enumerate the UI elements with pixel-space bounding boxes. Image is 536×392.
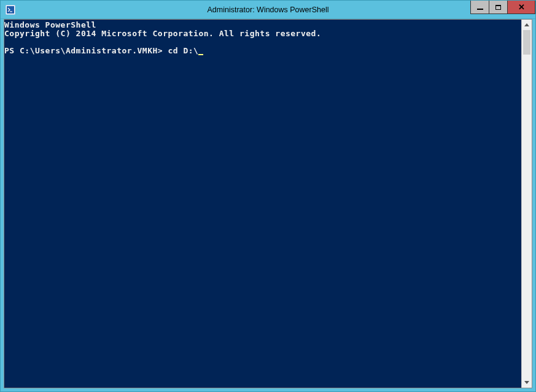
console-line: Copyright (C) 2014 Microsoft Corporation… — [4, 29, 521, 38]
minimize-button[interactable] — [470, 1, 489, 14]
minimize-icon — [477, 9, 483, 10]
console-blank — [4, 38, 521, 47]
chevron-down-icon — [524, 381, 529, 384]
close-button[interactable]: ✕ — [507, 1, 535, 14]
console-wrap: Windows PowerShellCopyright (C) 2014 Mic… — [4, 19, 532, 388]
powershell-icon — [4, 4, 17, 16]
console-output[interactable]: Windows PowerShellCopyright (C) 2014 Mic… — [4, 20, 521, 388]
cursor — [198, 48, 203, 55]
close-icon: ✕ — [518, 2, 525, 12]
prompt-text: PS C:\Users\Administrator.VMKH> — [4, 46, 168, 55]
maximize-button[interactable] — [489, 1, 507, 14]
command-text: cd D:\ — [168, 46, 198, 55]
scroll-up-button[interactable] — [522, 20, 532, 30]
vertical-scrollbar[interactable] — [521, 20, 532, 388]
scroll-down-button[interactable] — [522, 377, 532, 388]
console-line: Windows PowerShell — [4, 21, 521, 29]
maximize-icon — [495, 5, 501, 10]
window-client-area: Windows PowerShellCopyright (C) 2014 Mic… — [1, 19, 535, 391]
window-title: Administrator: Windows PowerShell — [208, 6, 329, 14]
console-prompt-line: PS C:\Users\Administrator.VMKH> cd D:\ — [4, 47, 521, 55]
scrollbar-thumb[interactable] — [523, 30, 530, 55]
powershell-window: Administrator: Windows PowerShell ✕ Wind… — [0, 0, 536, 392]
chevron-up-icon — [524, 23, 529, 26]
svg-rect-1 — [7, 6, 14, 13]
window-controls: ✕ — [470, 1, 535, 14]
titlebar[interactable]: Administrator: Windows PowerShell ✕ — [1, 1, 535, 19]
scrollbar-track[interactable] — [522, 30, 532, 377]
